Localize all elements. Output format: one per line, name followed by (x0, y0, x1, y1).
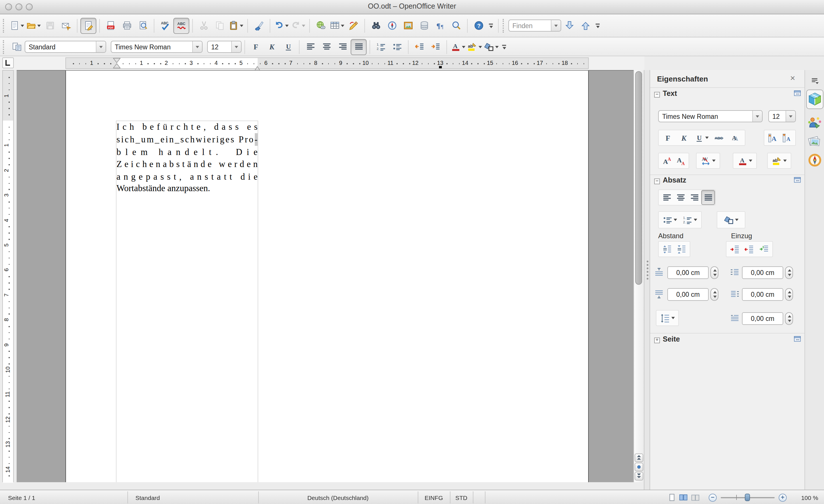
strikethrough-button[interactable]: ABC (712, 130, 726, 145)
vertical-scrollbar[interactable] (633, 70, 644, 482)
sidebar-font-size-combo-dropdown-icon[interactable] (786, 111, 795, 122)
grow-font-button[interactable]: A (766, 130, 780, 145)
scrollbar-thumb[interactable] (635, 71, 642, 285)
align-justify-button[interactable] (701, 190, 715, 205)
document-page[interactable]: Ich befürchte, dass essich_um_ein_schwie… (66, 71, 589, 482)
status-zoom-level[interactable]: 100 % (791, 490, 818, 504)
zoom-in-button[interactable]: + (779, 493, 787, 501)
sidebar-tab-navigator-compass[interactable] (807, 153, 822, 168)
sidebar-tab-gallery-photos[interactable] (807, 134, 822, 149)
spacing-above-spinner[interactable] (710, 266, 718, 279)
hanging-indent-button[interactable] (757, 242, 771, 257)
redo-dropdown-icon[interactable] (302, 24, 305, 27)
dialog-launcher-button[interactable] (794, 176, 802, 187)
indent-before-spinner[interactable] (785, 266, 793, 279)
italic-button[interactable]: K (678, 130, 692, 145)
font-color-dropdown-icon[interactable] (462, 45, 466, 48)
align-justify-button[interactable] (350, 39, 367, 55)
paste-dropdown-icon[interactable] (240, 24, 243, 27)
font-name-combo[interactable]: Times New Roman (111, 41, 203, 53)
data-sources-button[interactable] (416, 17, 432, 33)
vertical-ruler[interactable]: 11234567891011121314 (2, 70, 14, 482)
underline-button[interactable]: U (694, 130, 710, 145)
align-right-button[interactable] (688, 190, 701, 205)
view-single-page-button[interactable] (667, 490, 677, 504)
cut-button[interactable] (196, 17, 212, 33)
line-spacing-button[interactable] (659, 311, 675, 325)
spacing-below-spinner[interactable] (710, 288, 718, 301)
highlight-color-button[interactable]: ab (771, 153, 787, 168)
bold-button[interactable]: F (661, 130, 675, 145)
collapse-section-icon[interactable]: − (654, 179, 660, 184)
zoom-out-button[interactable]: − (709, 493, 717, 501)
table-button[interactable] (329, 17, 345, 33)
italic-button[interactable]: K (264, 39, 280, 55)
bold-button[interactable]: F (248, 39, 264, 55)
export-pdf-button[interactable]: PDF (103, 17, 119, 33)
save-button[interactable] (42, 17, 58, 33)
font-name-combo-dropdown-icon[interactable] (192, 41, 202, 52)
paragraph-style-combo-dropdown-icon[interactable] (96, 41, 106, 52)
new-document-button[interactable] (9, 17, 25, 33)
undo-button[interactable] (273, 17, 290, 33)
find-down-button[interactable] (561, 17, 577, 33)
clone-formatting-button[interactable] (251, 17, 267, 33)
toolbar-overflow-button[interactable] (596, 23, 600, 28)
highlight-color-dropdown-icon[interactable] (479, 45, 482, 48)
auto-spellcheck-button[interactable]: ABC (173, 17, 189, 33)
paste-button[interactable] (228, 17, 244, 33)
new-document-dropdown-icon[interactable] (21, 24, 24, 27)
first-line-indent-spinner[interactable] (785, 312, 793, 325)
area-fill-dropdown-icon[interactable] (735, 219, 738, 221)
nav-previous-button[interactable] (635, 453, 643, 462)
tab-stop-type-selector[interactable] (2, 58, 14, 68)
align-center-button[interactable] (318, 39, 334, 55)
decrease-indent-button[interactable] (411, 39, 427, 55)
first-line-indent-field[interactable]: 0,00 cm (742, 312, 783, 325)
redo-button[interactable] (290, 17, 306, 33)
spacing-below-field[interactable]: 0,00 cm (667, 288, 709, 301)
spacing-decrease-button[interactable] (675, 242, 688, 257)
change-case-button[interactable]: AA (728, 130, 742, 145)
title-bar[interactable]: OO.odt – OpenOffice Writer (0, 0, 824, 14)
toolbar-overflow-button[interactable] (489, 23, 493, 28)
area-fill-button[interactable] (723, 212, 739, 227)
sidebar-tab-styles-person[interactable] (807, 116, 822, 131)
paragraph-style-combo[interactable]: Standard (25, 41, 106, 53)
spacing-increase-button[interactable] (660, 242, 674, 257)
unordered-list-button[interactable] (389, 39, 405, 55)
toolbar-overflow-button[interactable] (502, 44, 506, 49)
underline-button[interactable]: U (280, 39, 296, 55)
shrink-font-button[interactable]: A (780, 130, 794, 145)
font-size-combo[interactable]: 12 (207, 41, 241, 53)
sidebar-font-size-combo[interactable]: 12 (768, 110, 796, 122)
indent-after-spinner[interactable] (785, 288, 793, 301)
underline-dropdown-icon[interactable] (706, 137, 709, 139)
sidebar-menu-button[interactable] (807, 74, 822, 88)
find-replace-button[interactable] (368, 17, 384, 33)
print-button[interactable] (119, 17, 135, 33)
font-color-button[interactable]: A (450, 39, 467, 55)
align-left-button[interactable] (302, 39, 318, 55)
indent-before-field[interactable]: 0,00 cm (742, 266, 783, 279)
status-page-style[interactable]: Standard (127, 490, 250, 504)
zoom-slider-thumb[interactable] (745, 494, 750, 501)
expand-section-icon[interactable]: + (654, 337, 660, 343)
undo-dropdown-icon[interactable] (285, 24, 289, 27)
character-spacing-button[interactable]: AV (700, 153, 716, 168)
increase-indent-button[interactable] (427, 39, 443, 55)
indent-increase-button[interactable] (728, 242, 742, 257)
sidebar-close-button[interactable]: × (790, 74, 795, 82)
spacing-above-field[interactable]: 0,00 cm (667, 266, 709, 279)
copy-button[interactable] (212, 17, 228, 33)
find-input-dropdown-icon[interactable] (551, 20, 560, 31)
horizontal-ruler[interactable]: 1123456789101112131415161718 (66, 58, 589, 69)
align-left-button[interactable] (660, 190, 674, 205)
highlight-color-button[interactable]: ab (467, 39, 483, 55)
highlight-color-dropdown-icon[interactable] (783, 160, 787, 162)
view-multi-page-button[interactable] (678, 490, 689, 504)
open-dropdown-icon[interactable] (37, 24, 41, 27)
unordered-list-dropdown-icon[interactable] (674, 219, 677, 221)
status-selection-mode[interactable]: STD (450, 490, 473, 504)
font-color-dropdown-icon[interactable] (748, 160, 752, 162)
